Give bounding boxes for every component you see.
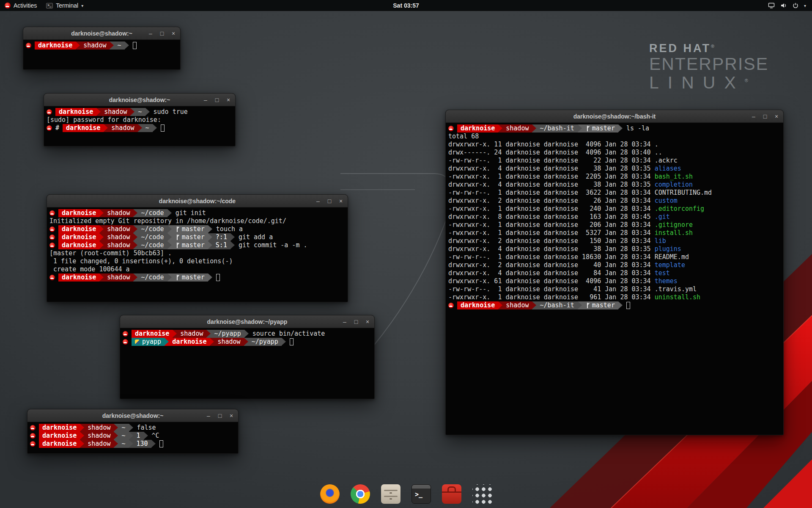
minimize-button[interactable]: – — [315, 198, 321, 204]
command-text: false — [133, 424, 156, 432]
window-titlebar[interactable]: darknoise@shadow:~–□× — [44, 94, 235, 106]
output-text: [master (root-commit) 50bcb63] . — [49, 249, 172, 257]
minimize-button[interactable]: – — [206, 413, 211, 419]
powerline-separator-icon — [129, 432, 133, 440]
powerline-separator-icon — [230, 233, 235, 241]
powerline-separator-icon — [80, 424, 84, 432]
dock-app-grid-icon[interactable] — [472, 484, 492, 504]
prompt-line: darknoiseshadow~/bash-itmasterls -la — [448, 124, 781, 133]
prompt-segment-path: ~ — [134, 108, 145, 116]
prompt-line: darknoiseshadow~/bash-itmaster — [448, 301, 781, 309]
prompt-segment-user: darknoise — [39, 440, 80, 448]
window-titlebar[interactable]: darknoise@shadow:~–□× — [27, 409, 238, 422]
window-title: darknoise@shadow:~/pyapp — [120, 318, 374, 325]
maximize-button[interactable]: □ — [214, 97, 220, 103]
powerline-separator-icon — [129, 424, 133, 432]
prompt-line: darknoiseshadow~1^C — [30, 432, 236, 440]
clock[interactable]: Sat 03:57 — [393, 2, 419, 9]
window-controls: –□× — [148, 27, 176, 39]
prompt-segment-git: master — [582, 124, 618, 133]
file-name: custom — [655, 197, 678, 205]
powerline-separator-icon — [110, 41, 114, 50]
window-titlebar[interactable]: darknoise@shadow:~–□× — [23, 27, 180, 40]
output-text: 1 file changed, 0 insertions(+), 0 delet… — [49, 257, 233, 265]
prompt-segment-path: ~/code — [137, 273, 167, 282]
terminal-content[interactable]: darknoiseshadow~/codegit initInitialized… — [47, 207, 348, 283]
prompt-segment-status: S:1 — [212, 241, 230, 249]
window-titlebar[interactable]: darknoise@shadow:~/bash-it–□× — [446, 110, 783, 123]
file-name: bash_it.sh — [655, 173, 693, 181]
terminal-content[interactable]: darknoiseshadow~sudo true[sudo] password… — [44, 106, 235, 134]
window-titlebar[interactable]: darknoise@shadow:~/pyapp–□× — [120, 315, 374, 328]
registered-mark: ® — [745, 78, 757, 83]
output-line: drwxrwxr-x. 11 darknoise darknoise 4096 … — [448, 141, 781, 149]
activities-label: Activities — [14, 2, 37, 9]
command-text: ^C — [148, 432, 159, 440]
dock-files-icon[interactable] — [381, 484, 401, 504]
powerline-separator-icon — [145, 108, 150, 116]
minimize-button[interactable]: – — [203, 97, 208, 103]
caret-down-icon: ▾ — [804, 3, 806, 8]
close-button[interactable]: × — [365, 319, 370, 325]
prompt-line: darknoiseshadow~/pyappsource bin/activat… — [123, 330, 372, 338]
dock-chrome-icon[interactable] — [351, 484, 370, 504]
output-text: drwxrwxr-x. 4 darknoise darknoise 38 Jan… — [448, 245, 655, 253]
prompt-segment-path: ~/code — [137, 225, 167, 233]
prompt-segment-path: ~/bash-it — [536, 301, 577, 309]
terminal-content[interactable]: darknoiseshadow~/pyappsource bin/activat… — [120, 328, 374, 348]
close-button[interactable]: × — [225, 97, 231, 103]
powerline-separator-icon — [104, 124, 108, 132]
powerline-separator-icon — [144, 432, 148, 440]
activities-button[interactable]: Activities — [0, 0, 41, 11]
powerline-separator-icon — [578, 124, 582, 133]
output-line: drwxrwxr-x. 2 darknoise darknoise 26 Jan… — [448, 197, 781, 205]
registered-mark: ® — [711, 44, 716, 49]
output-text: -rwxrwxr-x. 1 darknoise darknoise 2205 J… — [448, 173, 655, 181]
minimize-button[interactable]: – — [751, 113, 757, 119]
powerline-separator-icon — [151, 440, 156, 448]
output-text: drwxrwxr-x. 4 darknoise darknoise 38 Jan… — [448, 181, 655, 189]
minimize-button[interactable]: – — [342, 319, 348, 325]
maximize-button[interactable]: □ — [762, 113, 768, 119]
dock-firefox-icon[interactable] — [320, 484, 340, 504]
output-line: -rw-rw-r--. 1 darknoise darknoise 41 Jan… — [448, 285, 781, 293]
maximize-button[interactable]: □ — [353, 319, 359, 325]
powerline-separator-icon — [133, 273, 137, 282]
dock-toolbox-icon[interactable] — [442, 484, 461, 504]
file-name: lib — [655, 237, 666, 245]
powerline-separator-icon — [99, 209, 104, 217]
app-menu-button[interactable]: Terminal ▾ — [41, 0, 88, 11]
powerline-separator-icon — [208, 241, 212, 249]
minimize-button[interactable]: – — [148, 30, 154, 36]
prompt-segment-path: ~/code — [137, 209, 167, 217]
close-button[interactable]: × — [170, 30, 176, 36]
close-button[interactable]: × — [228, 413, 234, 419]
prompt-segment-user: darknoise — [35, 41, 76, 50]
powerline-separator-icon — [129, 440, 133, 448]
command-text: touch a — [212, 225, 243, 233]
terminal-content[interactable]: darknoiseshadow~ — [23, 40, 180, 51]
system-status-area[interactable]: ▾ — [762, 0, 812, 11]
terminal-window-code: darknoise@shadow:~/code–□×darknoiseshado… — [47, 194, 348, 302]
maximize-button[interactable]: □ — [326, 198, 332, 204]
terminal-content[interactable]: darknoiseshadow~falsedarknoiseshadow~1^C… — [27, 422, 238, 450]
fedora-icon — [123, 339, 128, 345]
prompt-segment-path: ~ — [118, 424, 129, 432]
output-text: drwxrwxr-x. 2 darknoise darknoise 26 Jan… — [448, 197, 655, 205]
output-text: -rwxrwxr-x. 1 darknoise darknoise 5327 J… — [448, 229, 655, 237]
dock-terminal-icon[interactable] — [411, 484, 431, 504]
dock — [320, 484, 492, 504]
close-button[interactable]: × — [774, 113, 779, 119]
prompt-line: darknoiseshadow~/codegit init — [49, 209, 345, 217]
prompt-segment-host: shadow — [104, 241, 133, 249]
file-name: uninstall.sh — [655, 293, 700, 301]
maximize-button[interactable]: □ — [217, 413, 223, 419]
powerline-separator-icon — [80, 440, 84, 448]
terminal-content[interactable]: darknoiseshadow~/bash-itmasterls -latota… — [446, 123, 783, 311]
window-controls: –□× — [315, 195, 344, 207]
display-icon — [768, 3, 775, 8]
window-titlebar[interactable]: darknoise@shadow:~/code–□× — [47, 195, 348, 207]
close-button[interactable]: × — [338, 198, 344, 204]
output-text: drwxrwxr-x. 4 darknoise darknoise 84 Jan… — [448, 269, 655, 277]
maximize-button[interactable]: □ — [159, 30, 165, 36]
